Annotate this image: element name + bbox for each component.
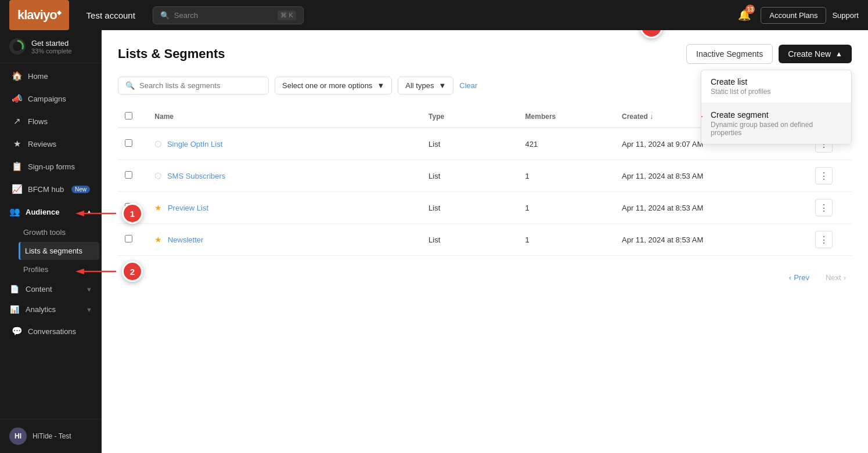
list-name-link[interactable]: Newsletter xyxy=(168,235,203,244)
create-segment-title: Create segment xyxy=(711,110,842,119)
reviews-icon: ★ xyxy=(12,139,22,149)
type-filter-select[interactable]: All types ▼ xyxy=(398,77,453,95)
main-content: Lists & Segments 3 Inactive Segments Cre… xyxy=(102,30,868,453)
clear-filters-button[interactable]: Clear xyxy=(459,81,477,90)
sidebar-item-analytics[interactable]: 📊 Analytics ▼ xyxy=(0,299,102,320)
list-name-link[interactable]: Single OptIn List xyxy=(167,140,222,148)
search-lists-input-wrap[interactable]: 🔍 xyxy=(118,77,269,95)
filter-options-label: Select one or more options xyxy=(282,81,372,90)
sidebar-item-audience[interactable]: 👥 Audience ▲ xyxy=(0,201,102,223)
logo-area[interactable]: klaviyo◆ xyxy=(9,0,69,30)
sidebar-bottom-user[interactable]: HI HiTide - Test xyxy=(0,419,102,453)
sidebar-item-lists-segments[interactable]: Lists & segments xyxy=(19,242,99,260)
create-new-button[interactable]: Create New ▲ xyxy=(779,45,852,63)
row-actions-button[interactable]: ⋮ xyxy=(815,231,833,248)
list-icon: ⬡ xyxy=(154,139,161,148)
sidebar-item-profiles[interactable]: Profiles xyxy=(19,260,99,278)
star-icon: ★ xyxy=(154,203,162,212)
get-started-item[interactable]: Get started 33% complete xyxy=(0,30,102,63)
conversations-icon: 💬 xyxy=(12,326,22,336)
row-members-cell: 421 xyxy=(518,128,615,160)
row-members-cell: 1 xyxy=(518,224,615,256)
row-checkbox-cell xyxy=(118,128,147,160)
sidebar-item-reviews[interactable]: ★ Reviews xyxy=(2,133,99,155)
sidebar-item-bfcm-hub[interactable]: 📈 BFCM hub New xyxy=(2,178,99,200)
row-name-cell: ★ Newsletter xyxy=(147,224,422,256)
sidebar-item-content[interactable]: 📄 Content ▼ xyxy=(0,279,102,299)
table-row: ⬡ SMS Subscribers List 1 Apr 11, 2024 at… xyxy=(118,160,852,192)
account-plans-button[interactable]: Account Plans xyxy=(761,7,826,24)
content-icon: 📄 xyxy=(9,285,20,293)
row-name-cell: ⬡ Single OptIn List xyxy=(147,128,422,160)
analytics-icon: 📊 xyxy=(9,305,20,314)
list-name-link[interactable]: SMS Subscribers xyxy=(167,172,225,180)
get-started-sub: 33% complete xyxy=(31,48,72,55)
home-icon: 🏠 xyxy=(12,71,22,81)
header-checkbox-col xyxy=(118,106,147,128)
row-checkbox[interactable] xyxy=(125,139,132,147)
select-all-checkbox[interactable] xyxy=(125,112,132,119)
sidebar-item-flows[interactable]: ↗ Flows xyxy=(2,110,99,132)
sidebar-item-label: Sign-up forms xyxy=(28,162,75,171)
search-placeholder-text: Search xyxy=(174,11,198,20)
row-actions-button[interactable]: ⋮ xyxy=(815,199,833,216)
row-checkbox-cell xyxy=(118,192,147,224)
row-type-cell: List xyxy=(422,224,518,256)
row-actions-button[interactable]: ⋮ xyxy=(815,167,833,184)
row-checkbox[interactable] xyxy=(125,235,132,242)
filter-options-select[interactable]: Select one or more options ▼ xyxy=(275,77,392,95)
klaviyo-logo: klaviyo◆ xyxy=(17,8,61,23)
profiles-label: Profiles xyxy=(23,265,48,274)
sidebar-item-conversations[interactable]: 💬 Conversations xyxy=(2,320,99,342)
next-chevron-icon: › xyxy=(844,273,846,282)
audience-icon: 👥 xyxy=(9,206,20,217)
campaigns-icon: 📣 xyxy=(12,93,22,104)
analytics-chevron-icon: ▼ xyxy=(86,306,92,313)
row-type-cell: List xyxy=(422,192,518,224)
inactive-segments-button[interactable]: Inactive Segments xyxy=(686,44,773,64)
star-icon: ★ xyxy=(154,235,162,244)
table-row: ★ Newsletter List 1 Apr 11, 2024 at 8:53… xyxy=(118,224,852,256)
audience-chevron-icon: ▲ xyxy=(86,208,92,215)
row-checkbox[interactable] xyxy=(125,171,132,179)
page-title: Lists & Segments xyxy=(118,46,225,61)
row-type-cell: List xyxy=(422,128,518,160)
type-filter-chevron-icon: ▼ xyxy=(438,81,446,90)
list-name-link[interactable]: Preview List xyxy=(168,204,208,212)
row-checkbox-cell xyxy=(118,224,147,256)
bfcm-hub-icon: 📈 xyxy=(12,184,22,194)
sidebar-item-label: BFCM hub xyxy=(28,185,64,194)
dropdown-item-create-segment[interactable]: 4 Create segment Dynamic group based on … xyxy=(701,103,851,144)
header-name-col: Name xyxy=(147,106,422,128)
prev-page-button[interactable]: ‹ Prev xyxy=(783,270,815,285)
support-button[interactable]: Support xyxy=(832,11,859,20)
next-page-button[interactable]: Next › xyxy=(820,270,852,285)
notifications-button[interactable]: 🔔 13 xyxy=(734,5,755,26)
sidebar-item-home[interactable]: 🏠 Home xyxy=(2,65,99,87)
content-chevron-icon: ▼ xyxy=(86,286,92,293)
sidebar-item-growth-tools[interactable]: Growth tools xyxy=(19,223,99,241)
growth-tools-label: Growth tools xyxy=(23,228,66,237)
page-header: Lists & Segments 3 Inactive Segments Cre… xyxy=(118,44,852,64)
content-label: Content xyxy=(26,285,52,293)
search-bar[interactable]: 🔍 Search ⌘ K xyxy=(153,6,304,24)
row-actions-cell: ⋮ xyxy=(808,160,852,192)
filter-options-chevron-icon: ▼ xyxy=(377,81,384,90)
dropdown-item-create-list[interactable]: Create list Static list of profiles xyxy=(701,70,851,103)
sidebar-item-campaigns[interactable]: 📣 Campaigns xyxy=(2,88,99,110)
search-lists-input[interactable] xyxy=(139,81,261,90)
create-dropdown-menu: Create list Static list of profiles 4 Cr… xyxy=(701,70,852,144)
row-name-cell: ★ Preview List xyxy=(147,192,422,224)
audience-children: Growth tools Lists & segments Profiles xyxy=(0,223,102,278)
sidebar-item-signup-forms[interactable]: 📋 Sign-up forms xyxy=(2,155,99,177)
row-actions-cell: ⋮ xyxy=(808,224,852,256)
sidebar-item-label: Flows xyxy=(28,117,48,126)
account-name: Test account xyxy=(76,10,146,20)
row-checkbox[interactable] xyxy=(125,203,132,211)
lists-segments-label: Lists & segments xyxy=(25,247,82,255)
row-checkbox-cell xyxy=(118,160,147,192)
list-icon: ⬡ xyxy=(154,171,161,180)
row-type-cell: List xyxy=(422,160,518,192)
progress-circle xyxy=(9,38,26,55)
row-name-cell: ⬡ SMS Subscribers xyxy=(147,160,422,192)
